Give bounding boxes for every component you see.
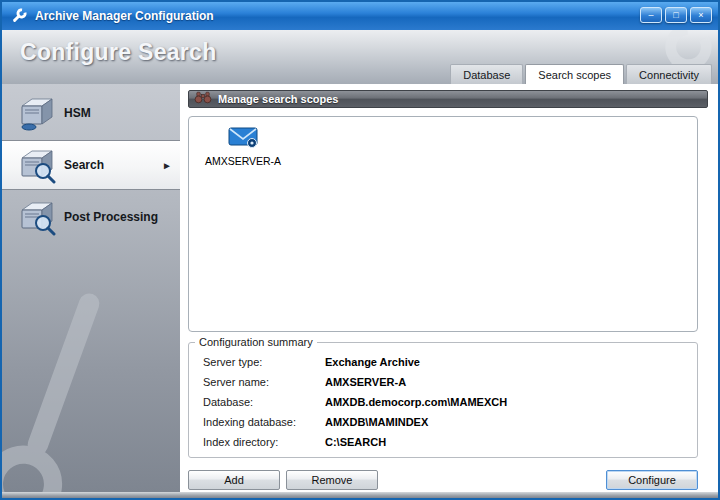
header: Configure Search Database Search scopes …	[2, 30, 718, 84]
search-server-icon	[14, 146, 58, 184]
add-button[interactable]: Add	[188, 470, 280, 490]
sidebar-item-search[interactable]: Search ►	[2, 140, 180, 190]
configuration-summary: Configuration summary Server type: Excha…	[188, 336, 698, 458]
summary-rows: Server type: Exchange Archive Server nam…	[189, 348, 697, 452]
summary-value: AMXSERVER-A	[325, 376, 406, 388]
sidebar-item-hsm[interactable]: HSM	[2, 88, 180, 138]
search-scope-list: AMXSERVER-A	[188, 116, 698, 332]
configuration-summary-legend: Configuration summary	[195, 336, 317, 348]
summary-value: AMXDB\MAMINDEX	[325, 416, 428, 428]
sidebar: HSM Search ►	[2, 84, 180, 492]
summary-row-indexing-database: Indexing database: AMXDB\MAMINDEX	[203, 412, 697, 432]
summary-value: AMXDB.democorp.com\MAMEXCH	[325, 396, 507, 408]
window-title: Archive Manager Configuration	[35, 9, 214, 23]
summary-label: Index directory:	[203, 436, 325, 448]
summary-label: Indexing database:	[203, 416, 325, 428]
sidebar-item-post-processing[interactable]: Post Processing	[2, 192, 180, 242]
minimize-icon: –	[648, 10, 653, 20]
selected-arrow-icon: ►	[162, 160, 172, 171]
minimize-button[interactable]: –	[640, 7, 662, 23]
tab-search-scopes[interactable]: Search scopes	[525, 64, 624, 84]
tab-database[interactable]: Database	[450, 64, 523, 84]
hsm-server-icon	[14, 94, 58, 132]
summary-value: C:\SEARCH	[325, 436, 386, 448]
summary-label: Server name:	[203, 376, 325, 388]
sidebar-item-label: Post Processing	[64, 210, 158, 224]
archive-manager-window: Archive Manager Configuration – □ × Conf…	[0, 0, 720, 500]
close-button[interactable]: ×	[690, 7, 712, 23]
post-processing-server-icon	[14, 198, 58, 236]
section-header-label: Manage search scopes	[218, 93, 338, 105]
tab-bar: Database Search scopes Connectivity	[448, 64, 712, 84]
page-title: Configure Search	[20, 39, 217, 66]
window-controls: – □ ×	[640, 7, 712, 23]
configure-button[interactable]: Configure	[606, 470, 698, 490]
wrench-icon	[10, 7, 28, 25]
binoculars-icon	[194, 90, 212, 108]
maximize-icon: □	[673, 10, 678, 20]
close-icon: ×	[698, 10, 703, 20]
summary-label: Database:	[203, 396, 325, 408]
maximize-button[interactable]: □	[665, 7, 687, 23]
summary-row-index-directory: Index directory: C:\SEARCH	[203, 432, 697, 452]
sidebar-item-label: HSM	[64, 106, 91, 120]
wrench-watermark-sidebar	[2, 263, 157, 492]
window-frame-bottom	[2, 492, 718, 498]
tab-connectivity[interactable]: Connectivity	[626, 64, 712, 84]
summary-row-database: Database: AMXDB.democorp.com\MAMEXCH	[203, 392, 697, 412]
section-header: Manage search scopes	[188, 90, 708, 108]
content: Manage search scopes AMXSERVER-A Configu…	[180, 84, 718, 492]
mail-server-icon	[228, 125, 258, 149]
summary-row-server-type: Server type: Exchange Archive	[203, 352, 697, 372]
summary-label: Server type:	[203, 356, 325, 368]
scope-item-label: AMXSERVER-A	[205, 155, 281, 167]
summary-row-server-name: Server name: AMXSERVER-A	[203, 372, 697, 392]
sidebar-item-label: Search	[64, 158, 104, 172]
summary-value: Exchange Archive	[325, 356, 420, 368]
scope-item[interactable]: AMXSERVER-A	[199, 125, 287, 167]
titlebar: Archive Manager Configuration – □ ×	[2, 2, 718, 30]
remove-button[interactable]: Remove	[286, 470, 378, 490]
